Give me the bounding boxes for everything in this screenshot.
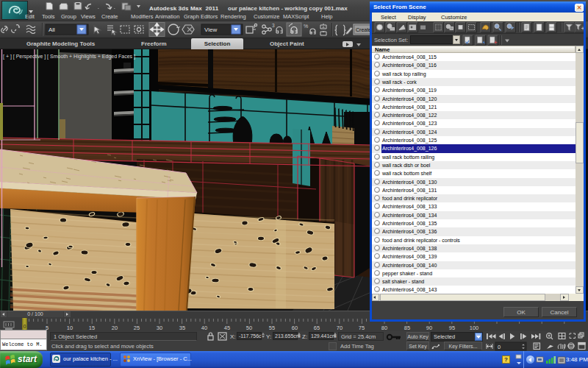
svg-text:100: 100 xyxy=(470,325,479,331)
svg-text:60: 60 xyxy=(292,325,298,331)
svg-text:80: 80 xyxy=(381,325,387,331)
svg-text:20: 20 xyxy=(112,325,118,331)
svg-text:Create S: Create S xyxy=(356,27,371,32)
svg-text:40: 40 xyxy=(201,325,207,331)
svg-text:All: All xyxy=(49,26,55,33)
svg-text:10: 10 xyxy=(67,325,73,331)
svg-text:0: 0 xyxy=(498,344,501,350)
svg-text:55: 55 xyxy=(269,325,275,331)
svg-text:75: 75 xyxy=(359,325,365,331)
svg-text:3: 3 xyxy=(272,23,275,28)
svg-text:65: 65 xyxy=(314,325,320,331)
svg-text:90: 90 xyxy=(426,325,432,331)
svg-text:0: 0 xyxy=(24,324,26,329)
svg-text:30: 30 xyxy=(157,325,162,331)
svg-text:70: 70 xyxy=(337,325,343,331)
svg-text:View: View xyxy=(204,26,217,33)
svg-text:85: 85 xyxy=(404,325,410,331)
svg-text:95: 95 xyxy=(449,325,455,331)
svg-text:50: 50 xyxy=(246,325,252,331)
svg-text:35: 35 xyxy=(179,325,185,331)
svg-text:%: % xyxy=(304,24,308,29)
svg-text:25: 25 xyxy=(134,325,140,331)
svg-text:[ + ] [ Perspective ] [ Smooth: [ + ] [ Perspective ] [ Smooth + Highlig… xyxy=(3,54,135,60)
svg-text:15: 15 xyxy=(89,325,95,331)
svg-text:45: 45 xyxy=(224,325,230,331)
